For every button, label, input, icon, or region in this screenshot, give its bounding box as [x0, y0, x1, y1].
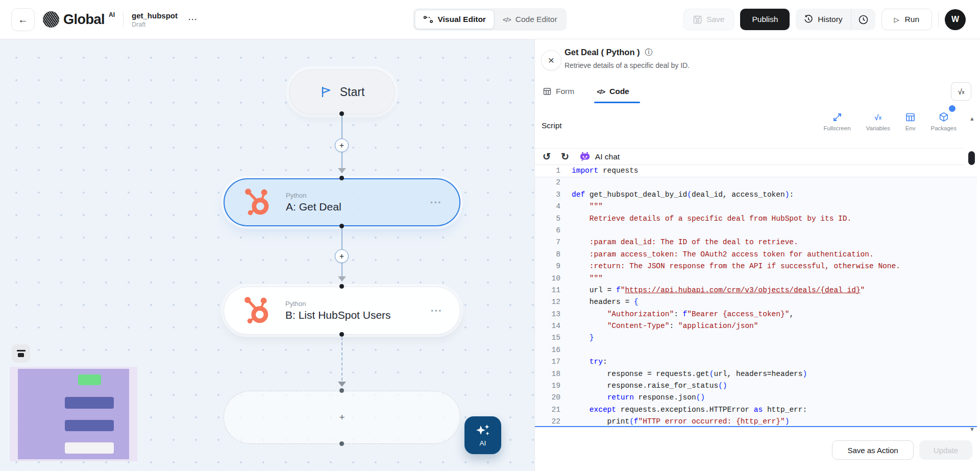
- code-line[interactable]: 13 "Authorization": f"Bearer {access_tok…: [535, 309, 977, 320]
- play-icon: ▷: [894, 16, 899, 23]
- node-details-panel: × Get Deal ( Python ) ⓘ Retrieve details…: [534, 39, 980, 471]
- code-line[interactable]: 12 headers = {: [535, 296, 977, 308]
- code-line-content: "Authorization": f"Bearer {access_token}…: [560, 309, 794, 320]
- hubspot-icon: [242, 186, 274, 218]
- tab-visual-editor[interactable]: Visual Editor: [414, 10, 494, 29]
- undo-button[interactable]: ↺: [543, 152, 551, 161]
- save-label: Save: [706, 15, 724, 24]
- code-line[interactable]: 21 except requests.exceptions.HTTPError …: [535, 404, 977, 416]
- line-number: 19: [535, 380, 560, 392]
- node-title: B: List HubSpot Users: [285, 309, 431, 321]
- env-button[interactable]: Env: [905, 112, 916, 131]
- ai-chat-label: AI chat: [595, 152, 620, 161]
- history-button[interactable]: History: [796, 9, 850, 30]
- code-line-content: "Content-Type": "application/json": [560, 320, 758, 332]
- line-number: 3: [535, 189, 560, 201]
- save-button[interactable]: Save: [683, 9, 734, 30]
- edge-arrow-icon: [338, 276, 346, 281]
- code-line[interactable]: 15 }: [535, 332, 977, 344]
- line-number: 12: [535, 296, 560, 308]
- node-a-get-deal[interactable]: Python A: Get Deal •••: [224, 178, 460, 226]
- connector-dot: [339, 332, 344, 337]
- code-line[interactable]: 17 try:: [535, 356, 977, 368]
- topbar-left: ← Global AI get_hubspot Draft ⋯: [0, 8, 683, 31]
- node-menu-button[interactable]: •••: [431, 307, 443, 315]
- code-line[interactable]: 8 :param access_token: The OAuth2 access…: [535, 249, 977, 261]
- save-as-action-button[interactable]: Save as Action: [832, 440, 914, 460]
- line-number: 21: [535, 404, 560, 416]
- node-menu-button[interactable]: •••: [430, 199, 442, 206]
- redo-button[interactable]: ↻: [561, 152, 569, 161]
- code-line-content: :param deal_id: The ID of the deal to re…: [560, 237, 798, 248]
- connector-dot: [339, 441, 344, 446]
- scrollbar-thumb[interactable]: [968, 151, 975, 165]
- run-button[interactable]: ▷ Run: [881, 9, 932, 30]
- placeholder-node[interactable]: +: [224, 391, 460, 444]
- code-line[interactable]: 16: [535, 344, 977, 356]
- code-line[interactable]: 19 response.raise_for_status(): [535, 380, 977, 392]
- back-arrow-icon: ←: [18, 14, 28, 26]
- publish-button[interactable]: Publish: [740, 9, 790, 30]
- connector-dot: [339, 284, 344, 289]
- code-line[interactable]: 14 "Content-Type": "application/json": [535, 320, 977, 332]
- code-line[interactable]: 1import requests: [535, 165, 977, 177]
- add-step-button[interactable]: +: [335, 138, 349, 152]
- workflow-canvas[interactable]: Start + Python A: Get Deal: [0, 39, 534, 471]
- connector-dot: [339, 176, 344, 180]
- schedule-button[interactable]: [851, 9, 875, 30]
- code-line[interactable]: 10 """: [535, 273, 977, 285]
- tab-label: Code: [609, 87, 629, 96]
- active-tab-indicator: [594, 102, 640, 103]
- code-line-content: }: [560, 332, 594, 344]
- minimap-viewport[interactable]: [18, 369, 129, 459]
- line-number: 2: [535, 177, 560, 189]
- fullscreen-button[interactable]: Fullscreen: [824, 112, 851, 131]
- code-line[interactable]: 9 :return: The JSON response from the AP…: [535, 261, 977, 272]
- code-line[interactable]: 4 """: [535, 201, 977, 213]
- code-line[interactable]: 2: [535, 177, 977, 189]
- user-avatar[interactable]: W: [945, 9, 966, 30]
- code-line-content: [560, 177, 572, 189]
- code-line[interactable]: 3def get_hubspot_deal_by_id(deal_id, acc…: [535, 189, 977, 201]
- code-line[interactable]: 18 response = requests.get(url, headers=…: [535, 368, 977, 380]
- node-b-list-hubspot-users[interactable]: Python B: List HubSpot Users •••: [224, 287, 460, 335]
- code-line[interactable]: 20 return response.json(): [535, 392, 977, 404]
- minimap[interactable]: [10, 367, 137, 461]
- scroll-down-arrow[interactable]: ▼: [969, 426, 975, 432]
- code-line-content: import requests: [560, 165, 639, 177]
- code-line[interactable]: 5 Retrieve details of a specific deal fr…: [535, 213, 977, 225]
- add-step-button[interactable]: +: [335, 249, 349, 263]
- code-line-content: response = requests.get(url, headers=hea…: [560, 368, 807, 380]
- fit-view-button[interactable]: [12, 344, 30, 363]
- tab-form[interactable]: Form: [543, 87, 574, 96]
- workflow-icon: [423, 15, 433, 23]
- overflow-menu-button[interactable]: ⋯: [186, 15, 200, 24]
- workflow-meta: get_hubspot Draft: [132, 11, 178, 28]
- tab-code-editor[interactable]: </> Code Editor: [495, 10, 566, 29]
- minimap-start-node: [78, 374, 101, 385]
- code-line-content: return response.json(): [560, 392, 705, 404]
- ai-assistant-button[interactable]: AI: [464, 416, 501, 454]
- update-button[interactable]: Update: [919, 440, 972, 460]
- connector-dot: [339, 111, 344, 116]
- scroll-up-arrow[interactable]: ▲: [969, 115, 975, 122]
- code-line[interactable]: 11 url = f"https://api.hubapi.com/crm/v3…: [535, 285, 977, 296]
- back-button[interactable]: ←: [11, 8, 35, 31]
- start-node[interactable]: Start: [289, 69, 395, 114]
- tab-code[interactable]: </> Code: [597, 87, 629, 96]
- code-editor[interactable]: 1import requests23def get_hubspot_deal_b…: [535, 165, 977, 427]
- info-icon[interactable]: ⓘ: [645, 48, 653, 57]
- panel-subtitle: Retrieve details of a specific deal by I…: [565, 61, 690, 69]
- code-line[interactable]: 7 :param deal_id: The ID of the deal to …: [535, 237, 977, 248]
- variables-button[interactable]: √x Variables: [866, 112, 890, 131]
- code-line[interactable]: 6: [535, 225, 977, 237]
- code-line[interactable]: 22 print(f"HTTP error occurred: {http_er…: [535, 416, 977, 427]
- edge-arrow-icon: [338, 168, 346, 173]
- ai-chat-button[interactable]: AI chat: [579, 152, 620, 161]
- code-line-content: url = f"https://api.hubapi.com/crm/v3/ob…: [560, 285, 865, 296]
- line-number: 9: [535, 261, 560, 272]
- variables-math-button[interactable]: √x: [951, 82, 971, 101]
- editor-tools-row: Fullscreen √x Variables Env: [824, 112, 957, 131]
- close-panel-button[interactable]: ×: [541, 50, 561, 70]
- packages-button[interactable]: Packages: [930, 112, 957, 131]
